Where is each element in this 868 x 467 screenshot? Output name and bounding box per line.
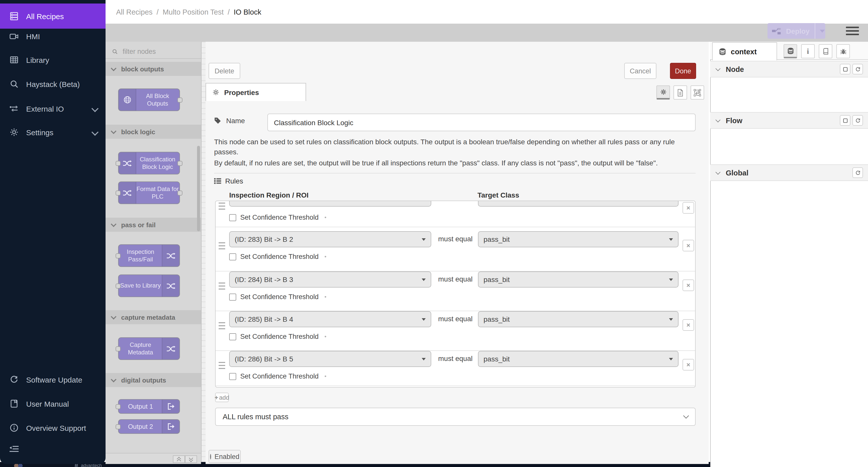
tab-context[interactable]: context <box>712 42 777 60</box>
name-input[interactable] <box>268 114 695 131</box>
expand-all-button[interactable] <box>185 456 197 463</box>
sidebar-item-overview-support[interactable]: Overview Support <box>0 418 105 438</box>
sidebar-item-external-io[interactable]: External IO <box>0 98 105 119</box>
confidence-checkbox[interactable] <box>229 293 236 300</box>
input-port[interactable] <box>116 404 121 409</box>
copy-node-context-button[interactable] <box>840 64 850 74</box>
input-port[interactable] <box>116 283 121 288</box>
input-port[interactable] <box>116 253 121 258</box>
input-port[interactable] <box>116 161 121 166</box>
remove-rule-button[interactable]: × <box>683 240 694 251</box>
remove-rule-button[interactable]: × <box>683 202 694 214</box>
roi-select[interactable]: (ID: 285) Bit -> B 4 <box>229 311 431 327</box>
breadcrumb-recipe[interactable]: Multo Position Test <box>163 8 224 16</box>
breadcrumb-all-recipes[interactable]: All Recipes <box>116 8 153 16</box>
remove-rule-button[interactable]: × <box>683 280 694 291</box>
drag-handle-icon[interactable] <box>219 282 225 289</box>
output-port[interactable] <box>178 97 182 102</box>
target-class-select[interactable]: pass_bit <box>478 231 679 247</box>
confidence-row: Set Confidence Threshold <box>229 253 326 260</box>
category-label: block logic <box>121 128 155 135</box>
properties-tab-button[interactable] <box>656 86 670 99</box>
node-label: Capture Metadata <box>119 338 162 360</box>
palette-node-output-2[interactable]: Output 2 <box>118 419 180 434</box>
target-class-select[interactable]: pass_bit <box>478 272 679 287</box>
palette-category-block-outputs[interactable]: block outputs <box>105 62 201 76</box>
context-tab-button[interactable] <box>783 44 797 58</box>
debug-tab-button[interactable] <box>836 44 850 58</box>
palette-node-inspection-pass-fail[interactable]: Inspection Pass/Fail <box>118 244 180 267</box>
output-port[interactable] <box>178 161 182 166</box>
category-label: digital outputs <box>121 376 166 384</box>
deploy-icon <box>772 27 782 34</box>
output-port[interactable] <box>178 190 182 195</box>
confidence-checkbox[interactable] <box>229 373 236 380</box>
palette-node-save-to-library[interactable]: Save to Library <box>118 275 180 297</box>
target-class-select[interactable] <box>478 200 679 207</box>
confidence-checkbox[interactable] <box>229 253 236 260</box>
drag-handle-icon[interactable] <box>219 203 225 210</box>
chevron-down-icon <box>715 66 720 71</box>
description-tab-button[interactable] <box>674 86 687 99</box>
done-button[interactable]: Done <box>670 63 696 79</box>
drag-handle-icon[interactable] <box>219 362 225 369</box>
palette-node-format-data-for-plc[interactable]: Format Data for PLC <box>118 182 180 204</box>
palette-scrollbar[interactable] <box>197 146 200 231</box>
sidebar-item-hmi[interactable]: HMI <box>0 26 105 46</box>
sidebar-item-all-recipes[interactable]: All Recipes <box>0 3 105 29</box>
deploy-button[interactable]: Deploy <box>768 23 825 39</box>
palette-node-all-block-outputs[interactable]: All Block Outputs <box>118 89 180 111</box>
roi-select[interactable]: (ID: 286) Bit -> B 5 <box>229 351 431 367</box>
confidence-label: Set Confidence Threshold <box>240 293 319 301</box>
rules-mode-select[interactable]: ALL rules must pass <box>215 408 695 426</box>
section-global[interactable]: Global <box>710 164 868 181</box>
gear-icon <box>660 89 667 95</box>
box-icon <box>843 118 848 123</box>
sidebar-item-software-update[interactable]: Software Update <box>0 370 105 390</box>
info-tab-button[interactable]: i <box>801 44 815 58</box>
palette-category-block-logic[interactable]: block logic <box>105 125 201 139</box>
tab-properties[interactable]: Properties <box>206 83 306 101</box>
roi-select[interactable] <box>229 200 431 207</box>
deploy-caret-icon[interactable] <box>819 29 825 32</box>
palette-category-capture-metadata[interactable]: capture metadata <box>105 310 201 324</box>
input-port[interactable] <box>116 346 121 351</box>
menu-button[interactable] <box>846 27 859 35</box>
palette-node-capture-metadata[interactable]: Capture Metadata <box>118 337 180 360</box>
remove-rule-button[interactable]: × <box>683 359 694 371</box>
add-rule-button[interactable]: + add <box>215 393 229 402</box>
collapse-all-button[interactable] <box>173 456 185 463</box>
drag-handle-icon[interactable] <box>219 322 225 329</box>
sidebar-item-library[interactable]: Library <box>0 50 105 70</box>
filter-nodes-input[interactable] <box>122 47 194 56</box>
roi-select[interactable]: (ID: 284) Bit -> B 3 <box>229 272 431 287</box>
enabled-toggle-button[interactable]: Enabled <box>209 450 241 463</box>
roi-select[interactable]: (ID: 283) Bit -> B 2 <box>229 231 431 247</box>
sidebar-item-settings[interactable]: Settings <box>0 122 105 142</box>
collapse-sidebar-button[interactable] <box>9 445 19 454</box>
drag-handle-icon[interactable] <box>219 242 225 249</box>
palette-category-digital-outputs[interactable]: digital outputs <box>105 373 201 387</box>
cancel-button[interactable]: Cancel <box>624 63 656 79</box>
delete-button[interactable]: Delete <box>209 63 240 79</box>
confidence-checkbox[interactable] <box>229 214 236 221</box>
refresh-flow-context-button[interactable] <box>852 115 863 126</box>
palette-node-output-1[interactable]: Output 1 <box>118 399 180 414</box>
input-port[interactable] <box>116 424 121 429</box>
copy-flow-context-button[interactable] <box>840 115 850 126</box>
refresh-node-context-button[interactable] <box>852 64 863 74</box>
column-header-roi: Inspection Region / ROI <box>229 191 309 199</box>
input-port[interactable] <box>116 190 121 195</box>
target-class-select[interactable]: pass_bit <box>478 351 679 367</box>
palette-node-classification-block-logic[interactable]: Classification Block Logic <box>118 152 180 175</box>
palette-category-pass-or-fail[interactable]: pass or fail <box>105 218 201 232</box>
appearance-tab-button[interactable] <box>690 86 704 99</box>
sidebar-item-user-manual[interactable]: User Manual <box>0 394 105 414</box>
sidebar-item-haystack[interactable]: Haystack (Beta) <box>0 74 105 94</box>
target-class-select[interactable]: pass_bit <box>478 311 679 327</box>
refresh-global-context-button[interactable] <box>852 167 863 178</box>
confidence-checkbox[interactable] <box>229 333 236 340</box>
rules-list: × Set Confidence Threshold (ID: 283) Bit… <box>215 200 695 387</box>
remove-rule-button[interactable]: × <box>683 319 694 331</box>
help-tab-button[interactable] <box>819 44 832 58</box>
